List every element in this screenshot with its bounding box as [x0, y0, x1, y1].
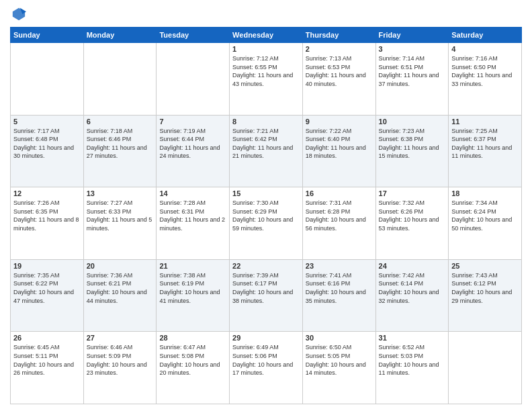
day-info: Sunrise: 7:23 AM Sunset: 6:38 PM Dayligh… [379, 128, 439, 160]
day-number: 31 [379, 334, 446, 342]
day-info: Sunrise: 6:52 AM Sunset: 5:03 PM Dayligh… [379, 344, 439, 376]
day-cell: 17Sunrise: 7:32 AM Sunset: 6:26 PM Dayli… [375, 187, 449, 260]
day-number: 25 [451, 262, 519, 270]
day-number: 17 [379, 189, 446, 197]
day-info: Sunrise: 7:35 AM Sunset: 6:22 PM Dayligh… [13, 272, 74, 304]
day-info: Sunrise: 6:49 AM Sunset: 5:06 PM Dayligh… [232, 344, 293, 376]
day-number: 18 [451, 189, 519, 197]
day-number: 14 [159, 189, 226, 197]
day-cell: 31Sunrise: 6:52 AM Sunset: 5:03 PM Dayli… [375, 332, 449, 404]
day-info: Sunrise: 7:41 AM Sunset: 6:16 PM Dayligh… [306, 272, 366, 304]
day-cell: 30Sunrise: 6:50 AM Sunset: 5:05 PM Dayli… [302, 332, 375, 404]
week-row-3: 19Sunrise: 7:35 AM Sunset: 6:22 PM Dayli… [11, 259, 522, 332]
day-cell: 6Sunrise: 7:18 AM Sunset: 6:46 PM Daylig… [83, 115, 157, 187]
logo-icon [11, 7, 26, 21]
day-number: 27 [87, 334, 154, 342]
day-cell: 22Sunrise: 7:39 AM Sunset: 6:17 PM Dayli… [230, 259, 303, 332]
weekday-header-saturday: Saturday [449, 28, 522, 43]
page: SundayMondayTuesdayWednesdayThursdayFrid… [0, 0, 532, 411]
day-cell [157, 43, 230, 116]
day-info: Sunrise: 7:39 AM Sunset: 6:17 PM Dayligh… [232, 272, 293, 304]
weekday-header-tuesday: Tuesday [157, 28, 230, 43]
header [10, 7, 522, 21]
day-cell: 12Sunrise: 7:26 AM Sunset: 6:35 PM Dayli… [11, 187, 84, 260]
day-number: 4 [451, 45, 519, 53]
day-cell: 27Sunrise: 6:46 AM Sunset: 5:09 PM Dayli… [83, 332, 157, 404]
day-cell: 20Sunrise: 7:36 AM Sunset: 6:21 PM Dayli… [83, 259, 157, 332]
day-cell: 3Sunrise: 7:14 AM Sunset: 6:51 PM Daylig… [375, 43, 449, 116]
day-info: Sunrise: 7:36 AM Sunset: 6:21 PM Dayligh… [87, 272, 147, 304]
day-cell: 15Sunrise: 7:30 AM Sunset: 6:29 PM Dayli… [230, 187, 303, 260]
day-info: Sunrise: 7:21 AM Sunset: 6:42 PM Dayligh… [232, 128, 293, 160]
day-cell [449, 332, 522, 404]
day-cell: 14Sunrise: 7:28 AM Sunset: 6:31 PM Dayli… [157, 187, 230, 260]
day-number: 28 [159, 334, 226, 342]
day-cell: 29Sunrise: 6:49 AM Sunset: 5:06 PM Dayli… [230, 332, 303, 404]
day-number: 21 [159, 262, 226, 270]
day-number: 29 [232, 334, 300, 342]
weekday-header-monday: Monday [83, 28, 157, 43]
day-cell [83, 43, 157, 116]
day-number: 26 [13, 334, 81, 342]
day-cell: 1Sunrise: 7:12 AM Sunset: 6:55 PM Daylig… [230, 43, 303, 116]
day-cell: 9Sunrise: 7:22 AM Sunset: 6:40 PM Daylig… [302, 115, 375, 187]
week-row-1: 5Sunrise: 7:17 AM Sunset: 6:48 PM Daylig… [11, 115, 522, 187]
day-number: 20 [87, 262, 154, 270]
day-info: Sunrise: 7:43 AM Sunset: 6:12 PM Dayligh… [451, 272, 512, 304]
day-info: Sunrise: 6:45 AM Sunset: 5:11 PM Dayligh… [13, 344, 74, 376]
week-row-4: 26Sunrise: 6:45 AM Sunset: 5:11 PM Dayli… [11, 332, 522, 404]
day-number: 24 [379, 262, 446, 270]
logo [10, 7, 26, 21]
day-number: 3 [379, 45, 446, 53]
day-cell: 11Sunrise: 7:25 AM Sunset: 6:37 PM Dayli… [449, 115, 522, 187]
day-info: Sunrise: 7:32 AM Sunset: 6:26 PM Dayligh… [379, 199, 439, 232]
day-cell: 7Sunrise: 7:19 AM Sunset: 6:44 PM Daylig… [157, 115, 230, 187]
day-number: 5 [13, 118, 81, 126]
day-cell: 16Sunrise: 7:31 AM Sunset: 6:28 PM Dayli… [302, 187, 375, 260]
day-cell: 4Sunrise: 7:16 AM Sunset: 6:50 PM Daylig… [449, 43, 522, 116]
day-info: Sunrise: 7:17 AM Sunset: 6:48 PM Dayligh… [13, 128, 74, 160]
day-number: 15 [232, 189, 300, 197]
weekday-header-wednesday: Wednesday [230, 28, 303, 43]
day-number: 6 [87, 118, 154, 126]
day-info: Sunrise: 7:28 AM Sunset: 6:31 PM Dayligh… [159, 199, 225, 232]
day-number: 16 [306, 189, 373, 197]
day-number: 30 [306, 334, 373, 342]
day-info: Sunrise: 6:47 AM Sunset: 5:08 PM Dayligh… [159, 344, 220, 376]
day-cell [11, 43, 84, 116]
day-number: 22 [232, 262, 300, 270]
weekday-header-thursday: Thursday [302, 28, 375, 43]
day-info: Sunrise: 7:22 AM Sunset: 6:40 PM Dayligh… [306, 128, 366, 160]
week-row-2: 12Sunrise: 7:26 AM Sunset: 6:35 PM Dayli… [11, 187, 522, 260]
day-info: Sunrise: 7:18 AM Sunset: 6:46 PM Dayligh… [87, 128, 147, 160]
day-info: Sunrise: 6:50 AM Sunset: 5:05 PM Dayligh… [306, 344, 366, 376]
day-info: Sunrise: 7:34 AM Sunset: 6:24 PM Dayligh… [451, 199, 512, 232]
day-number: 8 [232, 118, 300, 126]
day-cell: 26Sunrise: 6:45 AM Sunset: 5:11 PM Dayli… [11, 332, 84, 404]
day-info: Sunrise: 7:16 AM Sunset: 6:50 PM Dayligh… [451, 55, 512, 87]
day-info: Sunrise: 7:27 AM Sunset: 6:33 PM Dayligh… [87, 199, 152, 232]
day-number: 12 [13, 189, 81, 197]
day-cell: 25Sunrise: 7:43 AM Sunset: 6:12 PM Dayli… [449, 259, 522, 332]
day-info: Sunrise: 7:14 AM Sunset: 6:51 PM Dayligh… [379, 55, 439, 87]
weekday-header-friday: Friday [375, 28, 449, 43]
day-info: Sunrise: 7:12 AM Sunset: 6:55 PM Dayligh… [232, 55, 293, 87]
day-number: 1 [232, 45, 300, 53]
day-cell: 23Sunrise: 7:41 AM Sunset: 6:16 PM Dayli… [302, 259, 375, 332]
day-info: Sunrise: 7:26 AM Sunset: 6:35 PM Dayligh… [13, 199, 79, 232]
day-number: 19 [13, 262, 81, 270]
day-cell: 18Sunrise: 7:34 AM Sunset: 6:24 PM Dayli… [449, 187, 522, 260]
day-number: 9 [306, 118, 373, 126]
day-info: Sunrise: 7:31 AM Sunset: 6:28 PM Dayligh… [306, 199, 366, 232]
day-number: 13 [87, 189, 154, 197]
day-info: Sunrise: 6:46 AM Sunset: 5:09 PM Dayligh… [87, 344, 147, 376]
day-info: Sunrise: 7:13 AM Sunset: 6:53 PM Dayligh… [306, 55, 366, 87]
day-cell: 8Sunrise: 7:21 AM Sunset: 6:42 PM Daylig… [230, 115, 303, 187]
day-cell: 24Sunrise: 7:42 AM Sunset: 6:14 PM Dayli… [375, 259, 449, 332]
week-row-0: 1Sunrise: 7:12 AM Sunset: 6:55 PM Daylig… [11, 43, 522, 116]
day-info: Sunrise: 7:25 AM Sunset: 6:37 PM Dayligh… [451, 128, 512, 160]
day-number: 11 [451, 118, 519, 126]
day-cell: 2Sunrise: 7:13 AM Sunset: 6:53 PM Daylig… [302, 43, 375, 116]
day-number: 7 [159, 118, 226, 126]
day-cell: 28Sunrise: 6:47 AM Sunset: 5:08 PM Dayli… [157, 332, 230, 404]
